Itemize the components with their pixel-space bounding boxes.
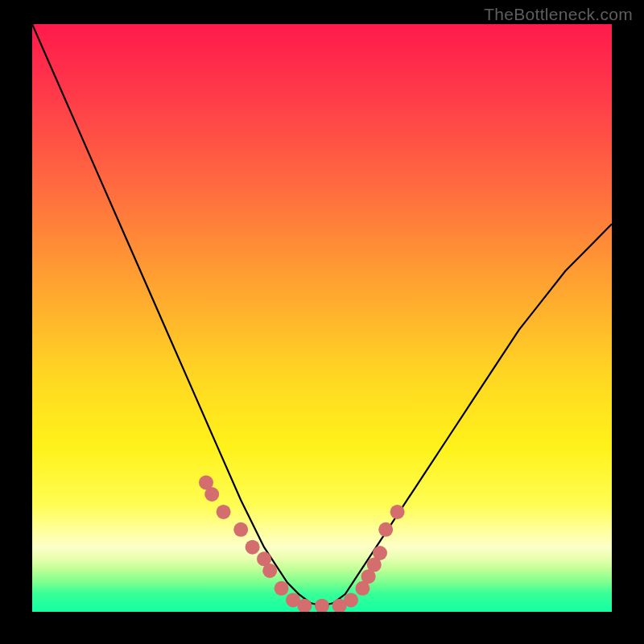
bottleneck-curve [32,24,612,606]
data-marker [204,487,219,502]
curve-overlay [32,24,612,612]
data-marker [233,522,248,537]
data-marker [373,546,387,560]
data-marker [275,581,289,596]
data-marker [378,522,393,537]
data-marker [262,564,277,578]
data-markers-group [199,475,405,612]
data-marker [217,505,231,519]
chart-frame: TheBottleneck.com [0,0,644,644]
data-marker [315,599,329,612]
watermark-text: TheBottleneck.com [484,5,633,24]
data-marker [344,592,358,607]
data-marker [246,540,260,555]
data-marker [390,505,405,519]
